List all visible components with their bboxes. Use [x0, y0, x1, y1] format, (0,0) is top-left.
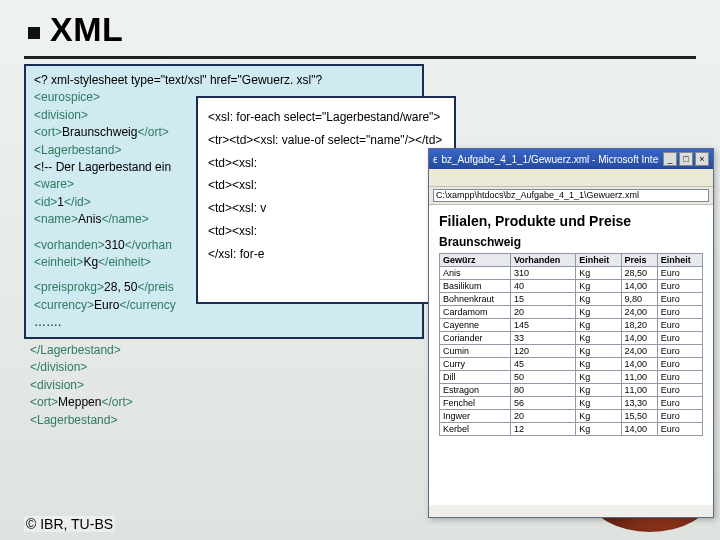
table-header: Gewürz — [440, 254, 511, 267]
xml-tag: <preisprokg> — [34, 280, 104, 294]
xml-tag: <division> — [30, 378, 84, 392]
xml-text: 28, 50 — [104, 280, 137, 294]
table-cell: Kg — [576, 358, 621, 371]
table-cell: Euro — [657, 280, 702, 293]
table-cell: Euro — [657, 384, 702, 397]
table-row: Cumin120Kg24,00Euro — [440, 345, 703, 358]
table-cell: Kg — [576, 384, 621, 397]
table-cell: Kg — [576, 267, 621, 280]
table-cell: 33 — [511, 332, 576, 345]
table-cell: Kg — [576, 371, 621, 384]
table-cell: 15,50 — [621, 410, 657, 423]
xml-text: Anis — [78, 212, 101, 226]
table-cell: Estragon — [440, 384, 511, 397]
xsl-line: <tr><td><xsl: value-of select="name"/></… — [208, 129, 444, 152]
table-cell: Euro — [657, 267, 702, 280]
xml-tag: <Lagerbestand> — [34, 143, 121, 157]
table-cell: 50 — [511, 371, 576, 384]
table-row: Cardamom20Kg24,00Euro — [440, 306, 703, 319]
xml-tag: </einheit> — [98, 255, 151, 269]
xml-tag: <einheit> — [34, 255, 83, 269]
table-cell: 20 — [511, 306, 576, 319]
table-header: Preis — [621, 254, 657, 267]
table-cell: 9,80 — [621, 293, 657, 306]
table-row: Kerbel12Kg14,00Euro — [440, 423, 703, 436]
table-cell: Euro — [657, 423, 702, 436]
table-cell: Euro — [657, 410, 702, 423]
minimize-button[interactable]: _ — [663, 152, 677, 166]
table-cell: Kg — [576, 293, 621, 306]
xml-tag: <name> — [34, 212, 78, 226]
close-button[interactable]: × — [695, 152, 709, 166]
xml-text: Braunschweig — [62, 125, 137, 139]
table-row: Fenchel56Kg13,30Euro — [440, 397, 703, 410]
table-cell: Kg — [576, 397, 621, 410]
table-cell: Dill — [440, 371, 511, 384]
xml-tag: </division> — [30, 360, 87, 374]
table-cell: Curry — [440, 358, 511, 371]
table-cell: 45 — [511, 358, 576, 371]
table-cell: Euro — [657, 345, 702, 358]
bullet-icon — [28, 27, 40, 39]
price-table: GewürzVorhandenEinheitPreisEinheit Anis3… — [439, 253, 703, 436]
table-cell: 15 — [511, 293, 576, 306]
xml-tag: <vorhanden> — [34, 238, 105, 252]
maximize-button[interactable]: □ — [679, 152, 693, 166]
table-cell: 11,00 — [621, 384, 657, 397]
slide-footer: © IBR, TU-BS — [24, 516, 115, 532]
table-cell: Euro — [657, 293, 702, 306]
xsl-line: <td><xsl: v — [208, 197, 444, 220]
xml-tag: </vorhan — [125, 238, 172, 252]
address-input[interactable]: C:\xampp\htdocs\bz_Aufgabe_4_1_1\Gewuerz… — [433, 189, 709, 202]
table-cell: 120 — [511, 345, 576, 358]
table-cell: 56 — [511, 397, 576, 410]
table-cell: Coriander — [440, 332, 511, 345]
xsl-code-box: <xsl: for-each select="Lagerbestand/ware… — [196, 96, 456, 304]
xml-tag: <division> — [34, 108, 88, 122]
xsl-line: <td><xsl: — [208, 152, 444, 175]
table-cell: 18,20 — [621, 319, 657, 332]
table-row: Curry45Kg14,00Euro — [440, 358, 703, 371]
table-cell: Kg — [576, 332, 621, 345]
table-cell: Basilikum — [440, 280, 511, 293]
table-cell: Euro — [657, 358, 702, 371]
xsl-line: <td><xsl: — [208, 174, 444, 197]
table-header: Vorhanden — [511, 254, 576, 267]
xml-tag: <eurospice> — [34, 90, 100, 104]
table-cell: 24,00 — [621, 345, 657, 358]
browser-titlebar[interactable]: e bz_Aufgabe_4_1_1/Gewuerz.xml - Microso… — [429, 149, 713, 169]
table-row: Dill50Kg11,00Euro — [440, 371, 703, 384]
xml-line: <? xml-stylesheet type="text/xsl" href="… — [34, 73, 322, 87]
table-cell: Fenchel — [440, 397, 511, 410]
table-cell: Ingwer — [440, 410, 511, 423]
xml-tag: </Lagerbestand> — [30, 343, 121, 357]
browser-title-text: bz_Aufgabe_4_1_1/Gewuerz.xml - Microsoft… — [441, 154, 659, 165]
table-cell: 145 — [511, 319, 576, 332]
table-cell: 80 — [511, 384, 576, 397]
table-cell: Cayenne — [440, 319, 511, 332]
xml-text: Kg — [83, 255, 98, 269]
browser-body: Filialen, Produkte und Preise Braunschwe… — [429, 205, 713, 505]
table-cell: 14,00 — [621, 332, 657, 345]
browser-address-bar: C:\xampp\htdocs\bz_Aufgabe_4_1_1\Gewuerz… — [429, 187, 713, 205]
table-row: Cayenne145Kg18,20Euro — [440, 319, 703, 332]
browser-menu-bar[interactable] — [429, 169, 713, 187]
xml-tag: </name> — [101, 212, 148, 226]
xml-text: Meppen — [58, 395, 101, 409]
table-cell: Euro — [657, 397, 702, 410]
table-cell: 14,00 — [621, 358, 657, 371]
table-cell: 13,30 — [621, 397, 657, 410]
xml-text: 310 — [105, 238, 125, 252]
page-title: XML — [50, 10, 123, 49]
table-cell: Cumin — [440, 345, 511, 358]
xml-tag: </preis — [137, 280, 173, 294]
xsl-line: <xsl: for-each select="Lagerbestand/ware… — [208, 106, 444, 129]
slide-header: XML — [28, 10, 123, 49]
table-cell: Euro — [657, 319, 702, 332]
xml-comment: <!-- Der Lagerbestand ein — [34, 160, 171, 174]
xml-rest-lines: </Lagerbestand> </division> <division> <… — [30, 306, 133, 429]
xml-tag: </id> — [64, 195, 91, 209]
table-cell: 24,00 — [621, 306, 657, 319]
table-cell: Euro — [657, 332, 702, 345]
table-cell: Anis — [440, 267, 511, 280]
